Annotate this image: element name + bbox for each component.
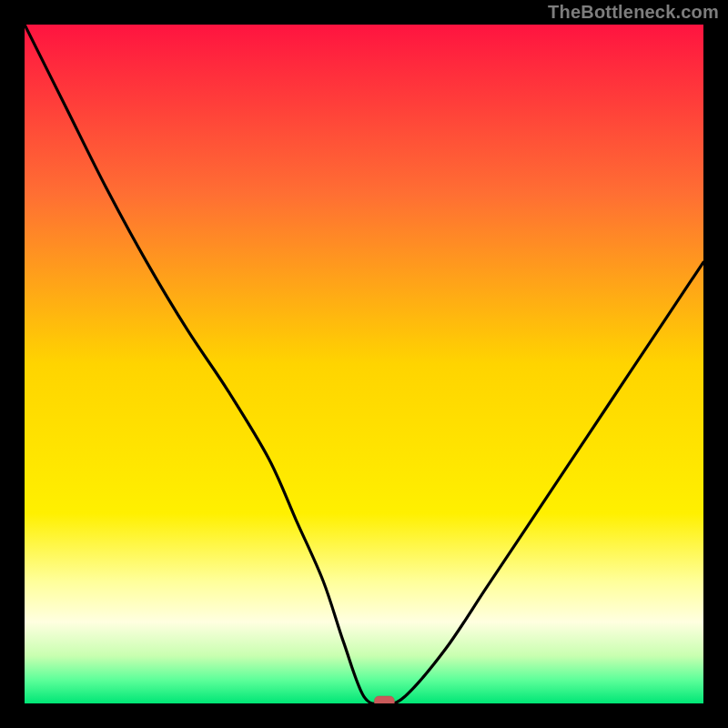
attribution-label: TheBottleneck.com xyxy=(548,2,719,23)
optimal-point-marker xyxy=(374,696,394,703)
bottleneck-chart xyxy=(25,25,703,703)
chart-frame: TheBottleneck.com xyxy=(0,0,728,728)
gradient-background xyxy=(25,25,703,703)
